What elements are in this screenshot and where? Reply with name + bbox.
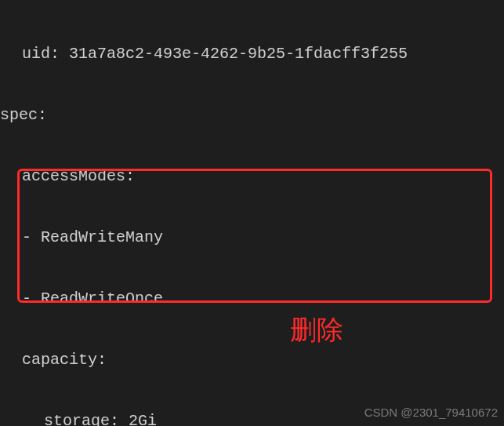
annotation-delete: 删除 [290, 320, 343, 340]
terminal-output: uid: 31a7a8c2-493e-4262-9b25-1fdacff3f25… [0, 0, 504, 426]
yaml-line-spec: spec: [0, 105, 504, 126]
watermark-text: CSDN @2301_79410672 [364, 402, 498, 423]
yaml-line-accessmodes: accessModes: [0, 166, 504, 187]
yaml-line-rwmany: - ReadWriteMany [0, 228, 504, 248]
yaml-line-capacity: capacity: [0, 350, 504, 370]
yaml-line-uid: uid: 31a7a8c2-493e-4262-9b25-1fdacff3f25… [0, 44, 504, 64]
yaml-line-rwonce: - ReadWriteOnce [0, 289, 504, 309]
